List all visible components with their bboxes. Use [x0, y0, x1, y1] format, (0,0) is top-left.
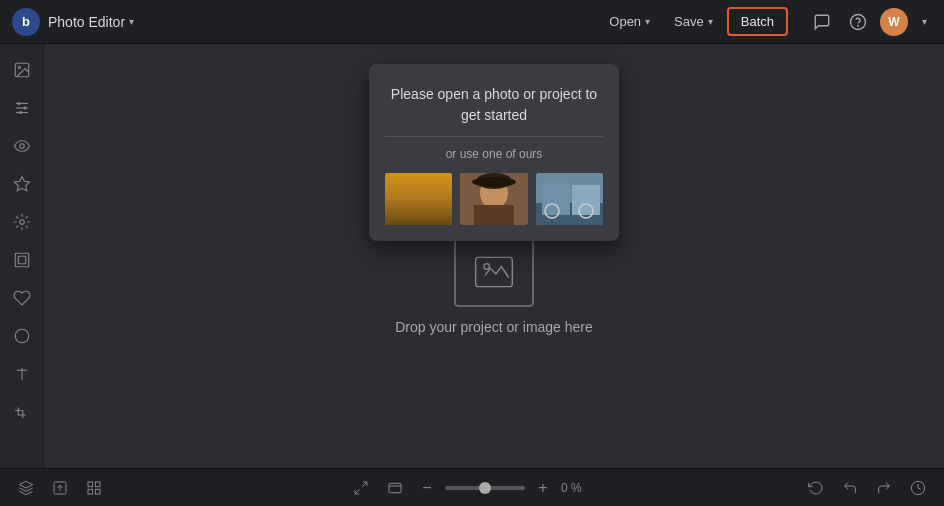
zoom-plus-button[interactable]: + — [531, 476, 555, 500]
sidebar-item-star[interactable] — [4, 166, 40, 202]
svg-rect-46 — [389, 483, 401, 492]
user-avatar[interactable]: W — [880, 8, 908, 36]
svg-rect-20 — [393, 197, 417, 213]
bottom-bar: − + 0 % — [0, 468, 944, 506]
svg-point-28 — [472, 177, 516, 187]
svg-point-3 — [18, 66, 20, 68]
svg-rect-40 — [88, 482, 93, 487]
zoom-fit-icon[interactable] — [381, 474, 409, 502]
app-title-chevron: ▾ — [129, 16, 134, 27]
svg-rect-43 — [95, 489, 100, 494]
open-button[interactable]: Open ▾ — [599, 9, 660, 34]
open-chevron: ▾ — [645, 16, 650, 27]
header-nav: Open ▾ Save ▾ Batch — [599, 7, 788, 36]
save-chevron: ▾ — [708, 16, 713, 27]
svg-point-9 — [19, 111, 22, 114]
svg-point-15 — [15, 329, 29, 343]
sidebar-item-effects[interactable] — [4, 204, 40, 240]
svg-line-44 — [362, 482, 367, 487]
welcome-popup: Please open a photo or project toget sta… — [369, 64, 619, 241]
svg-rect-21 — [421, 195, 447, 215]
svg-rect-41 — [95, 482, 100, 487]
sidebar-item-crop[interactable] — [4, 394, 40, 430]
layers-icon[interactable] — [12, 474, 40, 502]
bottom-right-tools — [802, 474, 932, 502]
sample-image-van[interactable] — [385, 173, 452, 225]
user-menu-chevron[interactable]: ▾ — [916, 8, 932, 36]
popup-title: Please open a photo or project toget sta… — [385, 84, 603, 126]
zoom-minus-button[interactable]: − — [415, 476, 439, 500]
svg-point-22 — [398, 210, 408, 220]
popup-divider — [385, 136, 603, 137]
svg-rect-19 — [385, 193, 452, 225]
save-button[interactable]: Save ▾ — [664, 9, 723, 34]
header: b Photo Editor ▾ Open ▾ Save ▾ Batch — [0, 0, 944, 44]
zoom-percentage: 0 % — [561, 481, 597, 495]
svg-point-8 — [23, 107, 26, 110]
header-icons: W ▾ — [808, 8, 932, 36]
svg-rect-26 — [474, 205, 514, 225]
svg-rect-31 — [542, 183, 570, 215]
zoom-slider[interactable] — [445, 486, 525, 490]
export-icon[interactable] — [46, 474, 74, 502]
svg-rect-42 — [88, 489, 93, 494]
sample-image-bikes[interactable] — [536, 173, 603, 225]
sidebar-item-view[interactable] — [4, 128, 40, 164]
bottom-left-tools — [12, 474, 108, 502]
svg-marker-37 — [19, 481, 32, 488]
sidebar — [0, 44, 44, 468]
canvas-area: Please open a photo or project toget sta… — [44, 44, 944, 468]
svg-rect-32 — [572, 185, 600, 215]
main-area: Please open a photo or project toget sta… — [0, 44, 944, 468]
fit-icon[interactable] — [347, 474, 375, 502]
drop-text: Drop your project or image here — [395, 319, 593, 335]
app-logo[interactable]: b — [12, 8, 40, 36]
rotate-icon[interactable] — [802, 474, 830, 502]
svg-point-0 — [851, 14, 866, 29]
sidebar-item-text[interactable] — [4, 356, 40, 392]
sidebar-item-image[interactable] — [4, 52, 40, 88]
svg-point-7 — [17, 102, 20, 105]
svg-line-45 — [355, 489, 360, 494]
sample-image-person[interactable] — [460, 173, 527, 225]
svg-rect-18 — [385, 173, 452, 225]
sidebar-item-shape[interactable] — [4, 318, 40, 354]
svg-point-12 — [19, 220, 24, 225]
history-icon[interactable] — [904, 474, 932, 502]
sidebar-item-adjustments[interactable] — [4, 90, 40, 126]
batch-button[interactable]: Batch — [727, 7, 788, 36]
svg-rect-13 — [15, 253, 29, 267]
drop-zone[interactable]: Drop your project or image here — [395, 237, 593, 335]
help-icon[interactable] — [844, 8, 872, 36]
grid-icon[interactable] — [80, 474, 108, 502]
drop-icon — [454, 237, 534, 307]
sidebar-item-heart[interactable] — [4, 280, 40, 316]
sample-images — [385, 173, 603, 225]
svg-point-23 — [430, 210, 440, 220]
svg-point-10 — [19, 144, 24, 149]
svg-marker-11 — [14, 177, 29, 191]
sidebar-item-frame[interactable] — [4, 242, 40, 278]
redo-icon[interactable] — [870, 474, 898, 502]
app-title[interactable]: Photo Editor ▾ — [48, 14, 134, 30]
zoom-controls: − + 0 % — [347, 474, 597, 502]
undo-icon[interactable] — [836, 474, 864, 502]
svg-point-1 — [858, 25, 859, 26]
popup-subtitle: or use one of ours — [385, 147, 603, 161]
svg-point-36 — [484, 264, 490, 270]
svg-rect-14 — [18, 256, 26, 264]
chat-icon[interactable] — [808, 8, 836, 36]
